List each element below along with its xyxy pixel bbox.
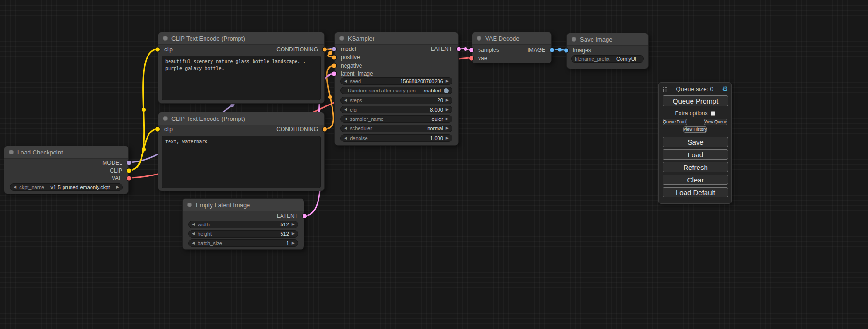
link-dot-clip-negative — [142, 148, 146, 152]
prompt-text-input[interactable]: text, watermark — [162, 136, 321, 188]
widget-sampler-name[interactable]: sampler_name euler — [340, 115, 452, 123]
input-port-vae[interactable] — [469, 56, 473, 61]
decrement-arrow-icon[interactable] — [344, 79, 347, 83]
widget-scheduler[interactable]: scheduler normal — [340, 125, 452, 132]
input-port-negative[interactable] — [332, 64, 336, 68]
decrement-arrow-icon[interactable] — [14, 185, 16, 189]
node-title-bar[interactable]: Load Checkpoint — [4, 146, 128, 159]
extra-options-checkbox[interactable] — [711, 111, 715, 116]
queue-front-button[interactable]: Queue Front — [663, 119, 687, 125]
increment-arrow-icon[interactable] — [446, 108, 449, 112]
queue-small-buttons-row: Queue Front View Queue — [663, 119, 727, 125]
decrement-arrow-icon[interactable] — [344, 108, 347, 112]
widget-cfg[interactable]: cfg 8.000 — [340, 106, 452, 113]
toggle-knob-icon[interactable] — [444, 88, 449, 93]
output-port-vae[interactable] — [127, 176, 131, 181]
increment-arrow-icon[interactable] — [292, 232, 295, 236]
node-status-icon — [163, 36, 168, 41]
load-button[interactable]: Load — [663, 149, 728, 160]
widget-steps[interactable]: steps 20 — [340, 97, 452, 104]
widget-value: euler — [431, 116, 443, 122]
view-queue-button[interactable]: View Queue — [704, 119, 727, 125]
link-dot-conditioning-positive — [328, 51, 332, 55]
input-port-clip[interactable] — [155, 127, 160, 132]
prompt-text-input[interactable]: beautiful scenery nature glass bottle la… — [162, 56, 321, 100]
increment-arrow-icon[interactable] — [292, 223, 295, 226]
node-ksampler[interactable]: KSampler model LATENT positive negative … — [334, 32, 459, 146]
decrement-arrow-icon[interactable] — [344, 136, 347, 140]
link-dot-image — [558, 48, 562, 52]
extra-options-row: Extra options — [659, 109, 731, 118]
node-title-bar[interactable]: KSampler — [335, 32, 458, 45]
node-vae-decode[interactable]: VAE Decode samples IMAGE vae — [472, 32, 552, 63]
node-title: Save Image — [580, 36, 612, 43]
decrement-arrow-icon[interactable] — [192, 223, 195, 226]
widget-height[interactable]: height 512 — [188, 230, 298, 238]
output-port-conditioning[interactable] — [323, 48, 327, 52]
node-title: VAE Decode — [485, 35, 519, 42]
input-label-clip: clip — [164, 126, 173, 133]
input-label-positive: positive — [341, 54, 360, 61]
increment-arrow-icon[interactable] — [446, 117, 449, 121]
refresh-button[interactable]: Refresh — [663, 162, 728, 172]
node-empty-latent-image[interactable]: Empty Latent Image LATENT width 512 heig… — [182, 198, 304, 250]
widget-batch-size[interactable]: batch_size 1 — [188, 239, 298, 247]
node-status-icon — [477, 36, 481, 41]
settings-gear-icon[interactable] — [722, 85, 728, 92]
input-port-clip[interactable] — [155, 48, 160, 52]
increment-arrow-icon[interactable] — [446, 136, 449, 140]
decrement-arrow-icon[interactable] — [192, 232, 195, 236]
output-port-latent[interactable] — [303, 214, 307, 218]
increment-arrow-icon[interactable] — [116, 185, 119, 189]
increment-arrow-icon[interactable] — [292, 241, 295, 245]
widget-value: ComfyUI — [613, 56, 640, 62]
input-port-samples[interactable] — [469, 48, 473, 52]
input-port-positive[interactable] — [332, 56, 336, 60]
output-port-conditioning[interactable] — [323, 127, 327, 132]
input-port-model[interactable] — [332, 47, 336, 51]
queue-panel-header: Queue size: 0 — [659, 83, 731, 94]
node-title-bar[interactable]: CLIP Text Encode (Prompt) — [158, 112, 324, 125]
output-port-image[interactable] — [550, 48, 554, 52]
node-title-bar[interactable]: CLIP Text Encode (Prompt) — [158, 32, 324, 45]
input-row-positive: positive — [335, 54, 458, 61]
widget-label: batch_size — [198, 240, 222, 246]
output-port-model[interactable] — [127, 161, 131, 165]
widget-filename-prefix[interactable]: filename_prefix ComfyUI — [571, 55, 644, 63]
decrement-arrow-icon[interactable] — [192, 241, 195, 245]
node-clip-text-encode-positive[interactable]: CLIP Text Encode (Prompt) clip CONDITION… — [158, 32, 325, 104]
node-save-image[interactable]: Save Image images filename_prefix ComfyU… — [566, 33, 649, 69]
widget-seed[interactable]: seed 156680208700286 — [340, 77, 452, 85]
increment-arrow-icon[interactable] — [446, 98, 449, 102]
node-load-checkpoint[interactable]: Load Checkpoint MODEL CLIP VAE ckpt_name… — [4, 146, 129, 194]
queue-prompt-button[interactable]: Queue Prompt — [663, 95, 728, 106]
save-button[interactable]: Save — [663, 137, 728, 147]
widget-denoise[interactable]: denoise 1.000 — [340, 134, 452, 142]
output-port-latent[interactable] — [457, 47, 461, 51]
clear-button[interactable]: Clear — [663, 175, 728, 185]
extra-options-label: Extra options — [675, 110, 707, 117]
drag-handle-icon[interactable] — [662, 86, 667, 92]
node-title-bar[interactable]: Empty Latent Image — [183, 199, 304, 211]
node-graph-canvas[interactable]: Load Checkpoint MODEL CLIP VAE ckpt_name… — [0, 0, 868, 329]
load-default-button[interactable]: Load Default — [663, 187, 728, 197]
widget-random-seed-toggle[interactable]: Random seed after every gen enabled — [340, 87, 452, 94]
increment-arrow-icon[interactable] — [446, 79, 449, 83]
output-label-clip: CLIP — [110, 168, 122, 174]
node-title-bar[interactable]: VAE Decode — [472, 32, 551, 45]
output-row-clip: CLIP — [4, 167, 128, 175]
input-port-images[interactable] — [564, 49, 568, 53]
increment-arrow-icon[interactable] — [446, 126, 449, 130]
widget-ckpt-name[interactable]: ckpt_name v1-5-pruned-emaonly.ckpt — [10, 183, 123, 191]
output-port-clip[interactable] — [127, 169, 131, 173]
view-history-button[interactable]: View History — [683, 126, 707, 133]
decrement-arrow-icon[interactable] — [344, 117, 347, 121]
node-clip-text-encode-negative[interactable]: CLIP Text Encode (Prompt) clip CONDITION… — [158, 112, 325, 191]
input-port-latent-image[interactable] — [332, 72, 336, 76]
decrement-arrow-icon[interactable] — [344, 98, 347, 102]
widget-label: seed — [350, 78, 361, 84]
widget-width[interactable]: width 512 — [188, 221, 298, 228]
node-title-bar[interactable]: Save Image — [567, 33, 648, 46]
output-label-image: IMAGE — [527, 47, 545, 53]
decrement-arrow-icon[interactable] — [344, 126, 347, 130]
